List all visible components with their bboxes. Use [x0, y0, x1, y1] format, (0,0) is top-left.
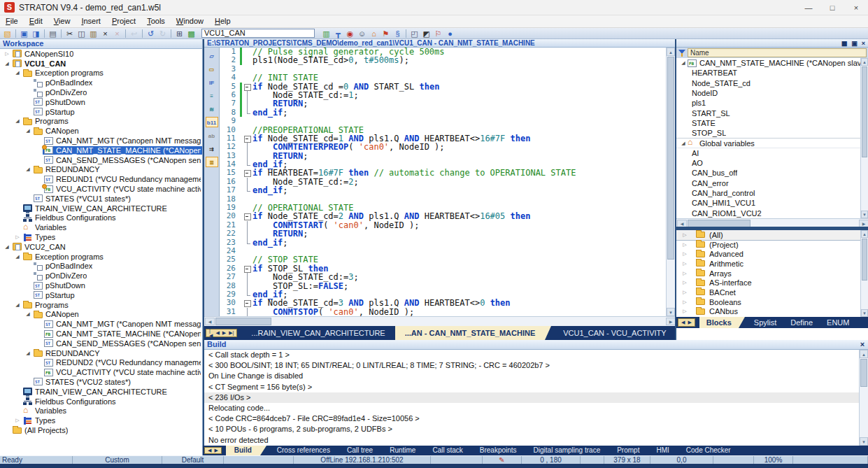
tree-item-content[interactable]: pOnBadIndex [32, 78, 94, 87]
tree-item-content[interactable]: Variables [22, 406, 68, 415]
tree-item-content[interactable]: CANopenSI10 [11, 50, 75, 58]
dock-window-icon[interactable]: ▦ [841, 39, 848, 48]
tree-item[interactable]: TRAIN_VIEW_CAN_ARCHITECTURE [0, 387, 202, 397]
block-category-row[interactable]: ▷(Project) [676, 240, 868, 250]
scroll-left-icon[interactable]: ◀ [205, 318, 215, 325]
tree-item[interactable]: REDUND1 (*VCU Redundancy management*) [0, 174, 202, 184]
panel-close-icon[interactable]: × [862, 39, 865, 48]
tree-item-content[interactable]: REDUND1 (*VCU Redundancy management*) [43, 175, 202, 183]
tree-item[interactable]: Variables [0, 406, 202, 416]
tree-item-content[interactable]: Fieldbus Configurations [22, 213, 118, 222]
expanded-icon[interactable]: ◢ [13, 302, 22, 308]
block-category-row[interactable]: ▷Booleans [676, 297, 868, 307]
tree-item-content[interactable]: pShutDown [32, 98, 87, 106]
block-category-row[interactable]: ▷BACnet [676, 288, 868, 297]
tree-item-content[interactable]: Fieldbus Configurations [22, 397, 118, 406]
output-tab-call-tree[interactable]: Call tree [339, 446, 381, 455]
tab-nav-arrow-icon[interactable]: ◀ [208, 448, 211, 453]
collapsed-icon[interactable]: ▷ [681, 242, 689, 248]
output-tab-call-stack[interactable]: Call stack [424, 446, 471, 455]
tree-item[interactable]: Fieldbus Configurations [0, 213, 202, 223]
collapsed-icon[interactable]: ▷ [681, 251, 689, 257]
collapsed-icon[interactable]: ▷ [681, 271, 689, 276]
collapsed-icon[interactable]: ▷ [681, 280, 689, 285]
scroll-up-icon[interactable]: ▲ [861, 58, 868, 66]
tree-item-content[interactable]: CAN_NMT_STATE_MACHINE (*CANopen slaves s… [43, 329, 202, 338]
variable-row[interactable]: AI [676, 148, 868, 158]
tab-scroll-buttons[interactable]: ◀▶ [678, 318, 695, 327]
collapsed-icon[interactable]: ▷ [681, 232, 689, 238]
tree-item[interactable]: ▷CANopenSI10 [0, 49, 202, 59]
tree-item[interactable]: pOnBadIndex [0, 262, 202, 271]
io-rack-icon[interactable]: ▥ [320, 29, 332, 38]
align-lines-icon[interactable]: ≡ [206, 90, 218, 101]
tree-item[interactable]: ◢REDUNDANCY [0, 348, 202, 358]
variables-vertical-scrollbar[interactable]: ▲▼ [860, 58, 868, 218]
menu-file[interactable]: File [0, 15, 24, 27]
copy-icon[interactable]: ◫ [76, 29, 87, 38]
library-icon[interactable]: ▩ [185, 29, 197, 38]
fold-collapse-icon[interactable] [243, 83, 252, 91]
home-variables-icon[interactable]: ⌂ [368, 29, 380, 38]
tree-item-content[interactable]: VCU_ACTIVITY (*VCU state machine activit… [43, 185, 202, 193]
scroll-down-icon[interactable]: ▼ [861, 309, 868, 317]
minimize-button[interactable]: — [797, 0, 820, 15]
variable-row[interactable]: CAN_bus_off [676, 168, 868, 178]
tab-nav-arrow-icon[interactable]: ▶ [214, 448, 218, 453]
fold-collapse-icon[interactable] [243, 299, 252, 307]
editor-horizontal-scrollbar[interactable]: ◀ ▶ [204, 316, 676, 326]
tab-nav-arrow-icon[interactable]: ◀ [681, 320, 685, 325]
menu-tools[interactable]: Tools [141, 15, 171, 27]
scrollbar-thumb[interactable] [860, 359, 867, 387]
variable-row[interactable]: HEARTBEAT [676, 68, 868, 78]
scroll-up-icon[interactable]: ▲ [860, 350, 868, 358]
delete-icon[interactable]: × [99, 29, 111, 38]
tab-nav-arrow-icon[interactable]: |◀ [209, 328, 213, 339]
tree-item[interactable]: ◢VCU1_CAN [0, 59, 202, 69]
tree-item-content[interactable]: pStartup [32, 108, 76, 116]
variable-row[interactable]: AO [676, 158, 868, 168]
block-category-row[interactable]: ▷Arrays [676, 269, 868, 278]
scroll-down-icon[interactable]: ▼ [667, 308, 675, 316]
simulation-icon[interactable]: ◩ [420, 29, 432, 38]
document-tab[interactable]: ...AN - CAN_NMT_STATE_MACHINE [395, 326, 546, 340]
binary-view-icon[interactable]: b11 [206, 117, 218, 127]
spy-list-icon[interactable]: ≋ [206, 104, 218, 114]
tree-item-content[interactable]: Exception programs [22, 69, 105, 77]
variable-row[interactable]: CAN_error [676, 178, 868, 188]
variable-row[interactable]: CAN_hard_control [676, 188, 868, 198]
open-project-icon[interactable]: ▧ [1, 29, 13, 38]
tree-item[interactable]: ◢CANopen [0, 126, 202, 136]
tree-item-content[interactable]: pOnBadIndex [32, 262, 94, 270]
tree-item-content[interactable]: CANopen [32, 310, 80, 318]
variable-row[interactable]: CAN_HMI1_VCU1 [676, 198, 868, 208]
tree-item[interactable]: ◢REDUNDANCY [0, 165, 202, 175]
fold-collapse-icon[interactable] [243, 169, 252, 177]
variable-row[interactable]: pls1 [676, 98, 868, 108]
tree-item-content[interactable]: CAN_SEND_MESSAGES (*CANopen send message… [43, 156, 202, 164]
fold-collapse-icon[interactable] [243, 134, 252, 143]
variable-row[interactable]: CAN_RIOM1_VCU2 [676, 208, 868, 218]
variable-row[interactable]: START_SL [676, 108, 868, 118]
insert-variable-icon[interactable]: ▱ [206, 50, 218, 61]
tree-item[interactable]: VCU_ACTIVITY (*VCU state machine activit… [0, 367, 202, 377]
tree-item-content[interactable]: (All Projects) [11, 426, 69, 434]
tree-item-content[interactable]: pOnDivZero [32, 88, 88, 97]
variable-row[interactable]: NodeID [676, 88, 868, 98]
variable-group-row[interactable]: ◢CAN_NMT_STATE_MACHINE (*CANopen slaves [676, 58, 868, 68]
tree-item-content[interactable]: pStartup [32, 291, 76, 299]
collapsed-icon[interactable]: ▷ [681, 290, 689, 295]
close-button[interactable]: × [844, 0, 868, 15]
tree-item[interactable]: pStartup [0, 107, 202, 117]
collapsed-icon[interactable]: ▷ [681, 261, 689, 267]
tree-item[interactable]: CAN_NMT_MGT (*Canopen NMT messages manag… [0, 319, 202, 329]
editor-vertical-scrollbar[interactable]: ▲ ▼ [666, 48, 675, 316]
undo-icon[interactable]: ↺ [145, 29, 157, 38]
tree-item[interactable]: ◢CANopen [0, 310, 202, 320]
types-flag-icon[interactable]: ⚑ [380, 29, 392, 38]
tab-nav-arrow-icon[interactable]: ▶| [229, 330, 234, 336]
tree-item-content[interactable]: STATES (*VCU1 states*) [32, 194, 132, 203]
active-program-combo[interactable]: VCU1_CAN [201, 29, 315, 38]
tree-item-content[interactable]: CAN_NMT_MGT (*Canopen NMT messages manag… [43, 136, 202, 145]
tree-item[interactable]: CAN_SEND_MESSAGES (*CANopen send message… [0, 339, 202, 348]
